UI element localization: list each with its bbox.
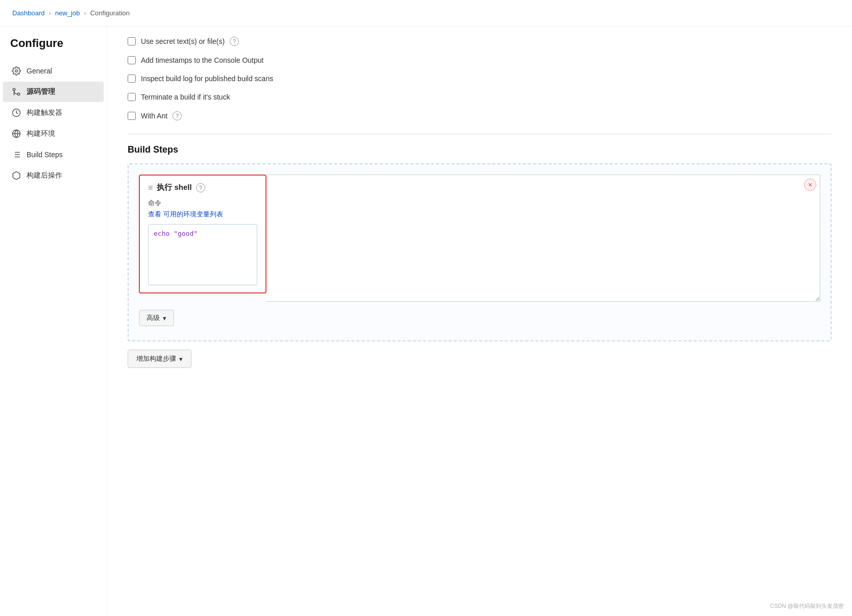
drag-icon: ≡	[148, 183, 153, 192]
command-label: 命令	[148, 199, 257, 208]
svg-point-1	[17, 93, 20, 95]
configure-title: Configure	[0, 37, 107, 60]
svg-point-2	[13, 88, 15, 91]
globe-icon	[11, 129, 21, 139]
checkboxes-section: Use secret text(s) or file(s) ? Add time…	[128, 32, 832, 126]
env-link[interactable]: 查看 可用的环境变量列表	[148, 210, 223, 219]
checkbox-label-terminate: Terminate a build if it's stuck	[141, 93, 230, 101]
sidebar-item-post[interactable]: 构建后操作	[3, 165, 104, 186]
add-build-step-button[interactable]: 增加构建步骤 ▾	[128, 350, 191, 368]
checkbox-row-withant: With Ant ?	[128, 106, 832, 126]
sidebar-label-general: General	[27, 67, 52, 75]
sidebar-item-general[interactable]: General	[3, 61, 104, 81]
checkbox-row-timestamps: Add timestamps to the Console Output	[128, 51, 832, 69]
checkbox-label-timestamps: Add timestamps to the Console Output	[141, 56, 263, 64]
checkbox-row-inspect: Inspect build log for published build sc…	[128, 69, 832, 88]
checkbox-row-secret: Use secret text(s) or file(s) ?	[128, 32, 832, 51]
breadcrumb-new-job[interactable]: new_job	[55, 9, 80, 17]
sidebar-item-source[interactable]: 源码管理	[3, 82, 104, 102]
checkbox-terminate[interactable]	[128, 93, 136, 101]
help-icon-withant[interactable]: ?	[173, 111, 182, 120]
checkbox-label-secret: Use secret text(s) or file(s)	[141, 37, 225, 45]
code-area: echo "good"	[148, 224, 257, 285]
list-icon	[11, 150, 21, 160]
git-icon	[11, 87, 21, 97]
checkbox-secret[interactable]	[128, 37, 136, 45]
breadcrumb-sep2: ›	[84, 9, 86, 17]
help-icon-secret[interactable]: ?	[230, 37, 239, 46]
advanced-button[interactable]: 高级 ▾	[139, 310, 174, 326]
breadcrumb-configuration: Configuration	[90, 9, 130, 17]
divider	[128, 134, 832, 134]
advanced-section: 高级 ▾	[139, 310, 820, 326]
sidebar-label-source: 源码管理	[27, 87, 55, 96]
box-icon	[11, 170, 21, 181]
advanced-label: 高级	[147, 313, 160, 323]
sidebar-item-env[interactable]: 构建环境	[3, 124, 104, 144]
watermark: CSDN @敲代码敲到头发茂密	[770, 602, 844, 610]
breadcrumb-dashboard[interactable]: Dashboard	[12, 9, 45, 17]
help-icon-step[interactable]: ?	[196, 183, 205, 192]
checkbox-label-withant: With Ant	[141, 112, 167, 120]
sidebar-label-trigger: 构建触发器	[27, 108, 62, 117]
checkbox-label-inspect: Inspect build log for published build sc…	[141, 75, 273, 83]
chevron-down-icon-add: ▾	[179, 355, 183, 363]
svg-point-0	[15, 70, 18, 72]
add-step-label: 增加构建步骤	[136, 354, 176, 363]
step-title: 执行 shell	[157, 183, 191, 192]
command-textarea[interactable]	[266, 175, 820, 302]
build-steps-title: Build Steps	[128, 144, 832, 155]
code-content: echo "good"	[154, 230, 198, 237]
checkbox-inspect[interactable]	[128, 75, 136, 83]
sidebar-label-post: 构建后操作	[27, 171, 62, 180]
step-card-header: ≡ 执行 shell ?	[148, 183, 257, 192]
chevron-down-icon: ▾	[163, 314, 166, 322]
gear-icon	[11, 66, 21, 76]
checkbox-timestamps[interactable]	[128, 56, 136, 64]
close-step-button[interactable]: ×	[804, 179, 816, 191]
clock-icon	[11, 108, 21, 118]
sidebar-label-env: 构建环境	[27, 129, 55, 138]
main-content: Use secret text(s) or file(s) ? Add time…	[107, 27, 852, 616]
step-card: ≡ 执行 shell ? 命令 查看 可用的环境变量列表 echo "good"	[139, 175, 266, 293]
checkbox-row-terminate: Terminate a build if it's stuck	[128, 88, 832, 106]
breadcrumb: Dashboard › new_job › Configuration	[0, 0, 852, 27]
sidebar: Configure General 源码管理	[0, 27, 107, 616]
sidebar-item-buildsteps[interactable]: Build Steps	[3, 144, 104, 165]
build-steps-container: ≡ 执行 shell ? 命令 查看 可用的环境变量列表 echo "good"	[128, 163, 832, 341]
checkbox-withant[interactable]	[128, 112, 136, 120]
sidebar-label-buildsteps: Build Steps	[27, 151, 63, 159]
breadcrumb-sep1: ›	[49, 9, 51, 17]
build-steps-section: Build Steps ≡ 执行 shell ? 命令 查看 可用的环境变量列表	[128, 144, 832, 368]
sidebar-item-trigger[interactable]: 构建触发器	[3, 103, 104, 123]
